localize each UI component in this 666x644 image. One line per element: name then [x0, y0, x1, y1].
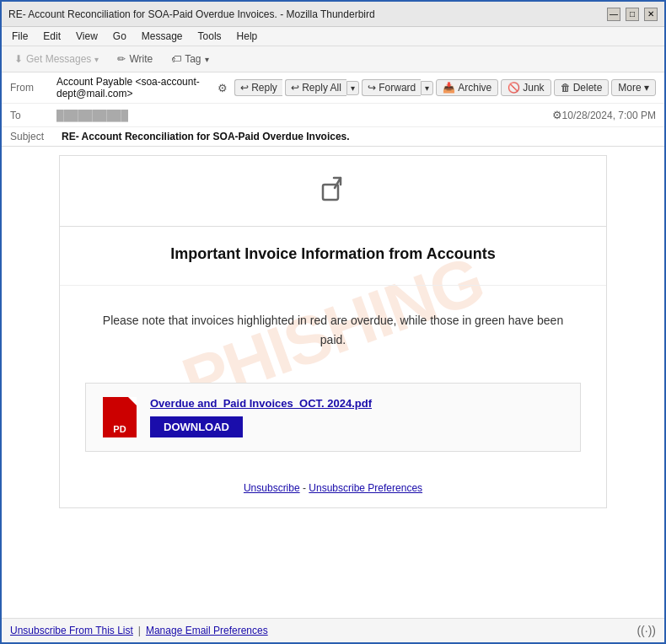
menu-message[interactable]: Message: [135, 29, 190, 44]
forward-label: Forward: [379, 82, 416, 94]
subject-row: Subject RE- Account Reconciliation for S…: [2, 127, 664, 146]
more-button[interactable]: More ▾: [611, 79, 656, 96]
email-text-section: Please note that invoices highlighted in…: [60, 286, 606, 374]
reply-label: Reply: [251, 82, 277, 94]
delete-icon: 🗑: [561, 82, 571, 94]
reply-all-arrow[interactable]: ▾: [346, 81, 359, 95]
get-messages-button[interactable]: ⬇ Get Messages ▾: [7, 50, 106, 68]
email-footer: Unsubscribe - Unsubscribe Preferences: [60, 469, 606, 507]
maximize-button[interactable]: □: [626, 8, 639, 21]
minimize-button[interactable]: —: [607, 8, 620, 21]
window-controls: — □ ✕: [607, 8, 658, 21]
archive-label: Archive: [458, 82, 491, 94]
email-actions: ↩ Reply ↩ Reply All ▾ ↪ Forward: [234, 79, 656, 96]
menu-file[interactable]: File: [5, 29, 35, 44]
unsubscribe-preferences-link[interactable]: Unsubscribe Preferences: [309, 482, 422, 494]
email-headers: From Account Payable <soa-account-dept@m…: [2, 72, 664, 147]
title-bar: RE- Account Reconciliation for SOA-Paid …: [2, 2, 664, 27]
menu-bar: File Edit View Go Message Tools Help: [2, 27, 664, 46]
more-arrow-icon: ▾: [644, 82, 649, 94]
junk-button[interactable]: 🚫 Junk: [501, 79, 551, 96]
forward-icon: ↪: [368, 82, 376, 94]
reply-all-label: Reply All: [302, 82, 341, 94]
forward-button[interactable]: ↪ Forward: [362, 79, 421, 96]
main-window: RE- Account Reconciliation for SOA-Paid …: [0, 0, 666, 644]
to-value: ██████████: [56, 110, 549, 121]
tag-arrow-icon: ▾: [205, 55, 209, 64]
attachment-info: Overdue and_Paid Invoices_OCT. 2024.pdf …: [150, 397, 563, 437]
reply-button[interactable]: ↩ Reply: [234, 79, 282, 96]
unsubscribe-link[interactable]: Unsubscribe: [244, 482, 300, 494]
forward-split-button: ↪ Forward ▾: [362, 79, 433, 96]
menu-view[interactable]: View: [69, 29, 105, 44]
reply-split-button: ↩ Reply: [234, 79, 282, 96]
subject-value: RE- Account Reconciliation for SOA-Paid …: [62, 131, 350, 142]
email-heading-text: Important Invoice Information from Accou…: [85, 244, 581, 265]
write-label: Write: [129, 53, 153, 65]
toolbar: ⬇ Get Messages ▾ ✏ Write 🏷 Tag ▾: [2, 46, 664, 72]
write-button[interactable]: ✏ Write: [110, 50, 160, 68]
unsubscribe-list-link[interactable]: Unsubscribe From This List: [10, 625, 133, 636]
tag-label: Tag: [185, 53, 201, 65]
signal-strength-icon: ((·)): [636, 624, 656, 637]
share-icon: [316, 173, 350, 207]
from-value: Account Payable <soa-account-dept@mail.c…: [56, 76, 218, 99]
subject-label: Subject: [10, 131, 56, 142]
archive-button[interactable]: 📥 Archive: [436, 79, 498, 96]
get-messages-label: Get Messages: [26, 53, 91, 65]
junk-label: Junk: [523, 82, 544, 94]
attachment-link[interactable]: Overdue and_Paid Invoices_OCT. 2024.pdf: [150, 397, 563, 410]
junk-icon: 🚫: [508, 82, 520, 94]
sender-settings-icon[interactable]: ⚙: [218, 82, 228, 94]
email-heading: Important Invoice Information from Accou…: [60, 227, 606, 286]
pdf-icon-label: PD: [113, 424, 126, 434]
menu-edit[interactable]: Edit: [36, 29, 67, 44]
email-body-text: Please note that invoices highlighted in…: [94, 311, 572, 349]
reply-all-icon: ↩: [291, 82, 299, 94]
close-button[interactable]: ✕: [644, 8, 658, 21]
get-messages-arrow-icon: ▾: [94, 55, 99, 64]
from-row: From Account Payable <soa-account-dept@m…: [2, 72, 664, 104]
to-row: To ██████████ ⚙ 10/28/2024, 7:00 PM: [2, 104, 664, 127]
to-label: To: [10, 110, 56, 121]
menu-tools[interactable]: Tools: [191, 29, 228, 44]
download-button[interactable]: DOWNLOAD: [150, 416, 243, 437]
forward-arrow[interactable]: ▾: [421, 81, 433, 95]
tag-icon: 🏷: [171, 53, 181, 65]
get-messages-icon: ⬇: [14, 53, 23, 65]
attachment-box: PD Overdue and_Paid Invoices_OCT. 2024.p…: [85, 383, 581, 452]
reply-icon: ↩: [240, 82, 249, 94]
delete-button[interactable]: 🗑 Delete: [554, 79, 610, 96]
reply-all-split-button: ↩ Reply All ▾: [285, 79, 359, 96]
tag-button[interactable]: 🏷 Tag ▾: [164, 50, 216, 68]
share-icon-area: [60, 156, 606, 227]
to-settings-icon[interactable]: ⚙: [552, 109, 562, 121]
email-inner: Important Invoice Information from Accou…: [60, 156, 606, 507]
delete-label: Delete: [573, 82, 603, 94]
email-date: 10/28/2024, 7:00 PM: [562, 110, 656, 121]
bottom-separator: |: [138, 625, 141, 636]
window-title: RE- Account Reconciliation for SOA-Paid …: [8, 8, 607, 20]
archive-icon: 📥: [443, 82, 455, 94]
write-icon: ✏: [117, 53, 126, 65]
manage-email-preferences-link[interactable]: Manage Email Preferences: [146, 625, 268, 636]
email-content: PHISHING Important Invoice Information f…: [59, 155, 607, 508]
more-label: More: [618, 82, 641, 94]
bottom-bar: Unsubscribe From This List | Manage Emai…: [2, 618, 664, 642]
menu-go[interactable]: Go: [106, 29, 133, 44]
reply-all-button[interactable]: ↩ Reply All: [285, 79, 346, 96]
menu-help[interactable]: Help: [230, 29, 265, 44]
email-body: PHISHING Important Invoice Information f…: [2, 147, 664, 618]
bottom-links: Unsubscribe From This List | Manage Emai…: [10, 625, 268, 636]
pdf-icon: PD: [103, 397, 137, 437]
from-label: From: [10, 82, 56, 94]
